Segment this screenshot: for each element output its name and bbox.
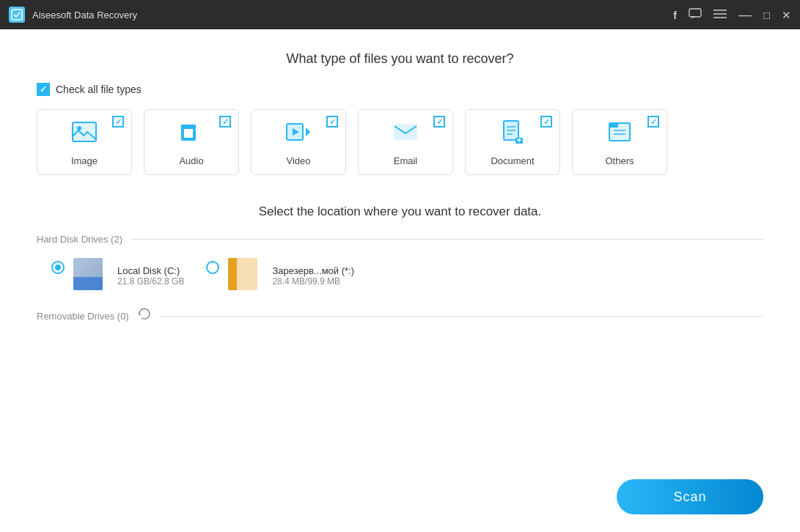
app-title: Aiseesoft Data Recovery: [32, 10, 673, 21]
maximize-button[interactable]: □: [763, 10, 770, 21]
file-type-email[interactable]: Email: [358, 109, 453, 175]
video-icon: [285, 119, 312, 151]
video-label: Video: [286, 155, 310, 166]
drives-list: Local Disk (C:) 21.8 GB/62.8 GB Зарезерв…: [37, 258, 763, 293]
close-button[interactable]: ✕: [782, 10, 791, 21]
section2-title: Select the location where you want to re…: [37, 204, 763, 219]
hard-disk-section: Hard Disk Drives (2) Local Disk (C:) 21.…: [37, 234, 763, 293]
file-type-document[interactable]: Document: [465, 109, 560, 175]
drive-icon-reserved: [228, 258, 263, 293]
file-type-video[interactable]: Video: [251, 109, 346, 175]
file-type-others[interactable]: Others: [572, 109, 667, 175]
file-type-audio[interactable]: Audio: [144, 109, 239, 175]
removable-divider: [160, 316, 763, 317]
drive-info-c: Local Disk (C:) 21.8 GB/62.8 GB: [117, 265, 184, 287]
drive-item-reserved[interactable]: Зарезерв...мой (*:) 28.4 MB/99.9 MB: [206, 258, 354, 293]
audio-label: Audio: [179, 155, 203, 166]
removable-section: Removable Drives (0): [37, 308, 763, 324]
video-checkbox: [326, 116, 338, 128]
audio-checkbox: [219, 116, 231, 128]
titlebar: Aiseesoft Data Recovery f — □ ✕: [0, 0, 800, 29]
drives-header: Hard Disk Drives (2): [37, 234, 763, 245]
email-icon: [392, 119, 419, 151]
check-all-label: Check all file types: [56, 84, 142, 95]
titlebar-controls: f — □ ✕: [673, 7, 791, 23]
scan-button[interactable]: Scan: [617, 479, 763, 514]
drive-item-c[interactable]: Local Disk (C:) 21.8 GB/62.8 GB: [51, 258, 184, 293]
menu-icon[interactable]: [713, 9, 727, 21]
file-types-row: Image Audio: [37, 109, 763, 175]
document-icon: [499, 119, 526, 151]
drive-name-reserved: Зарезерв...мой (*:): [272, 265, 354, 276]
refresh-icon[interactable]: [138, 308, 151, 324]
document-checkbox: [540, 116, 552, 128]
drives-header-divider: [131, 239, 763, 240]
audio-icon: [178, 119, 205, 151]
drive-icon-c: [73, 258, 109, 293]
removable-header: Removable Drives (0): [37, 308, 763, 324]
image-label: Image: [71, 155, 98, 166]
drive-size-reserved: 28.4 MB/99.9 MB: [272, 276, 354, 287]
chat-icon[interactable]: [689, 7, 702, 23]
check-all-container: Check all file types: [37, 83, 763, 96]
svg-point-7: [77, 126, 81, 130]
facebook-icon[interactable]: f: [673, 10, 677, 21]
others-checkbox: [647, 116, 659, 128]
others-label: Others: [605, 155, 634, 166]
svg-rect-9: [181, 129, 184, 139]
check-all-checkbox[interactable]: [37, 83, 50, 96]
svg-rect-1: [689, 9, 701, 17]
svg-rect-16: [395, 125, 416, 139]
drive-info-reserved: Зарезерв...мой (*:) 28.4 MB/99.9 MB: [272, 265, 354, 287]
svg-rect-11: [181, 138, 196, 141]
drive-radio-reserved[interactable]: [206, 261, 219, 274]
svg-rect-27: [609, 123, 618, 128]
drive-radio-c[interactable]: [51, 261, 65, 274]
document-label: Document: [491, 155, 534, 166]
svg-marker-14: [306, 128, 310, 136]
main-content: What type of files you want to recover? …: [0, 29, 800, 532]
image-checkbox: [112, 116, 124, 128]
minimize-button[interactable]: —: [738, 12, 752, 18]
hard-disk-label: Hard Disk Drives (2): [37, 234, 122, 245]
drive-name-c: Local Disk (C:): [117, 265, 184, 276]
image-icon: [71, 119, 98, 151]
removable-label: Removable Drives (0): [37, 311, 129, 322]
email-label: Email: [394, 155, 418, 166]
others-icon: [606, 119, 633, 151]
email-checkbox: [433, 116, 445, 128]
scan-button-container: Scan: [617, 479, 763, 514]
app-icon: [9, 7, 25, 23]
section1-title: What type of files you want to recover?: [37, 51, 763, 67]
drive-size-c: 21.8 GB/62.8 GB: [117, 276, 184, 287]
svg-rect-8: [181, 125, 196, 129]
file-type-image[interactable]: Image: [37, 109, 132, 175]
svg-rect-10: [193, 129, 196, 139]
svg-rect-0: [12, 10, 22, 20]
